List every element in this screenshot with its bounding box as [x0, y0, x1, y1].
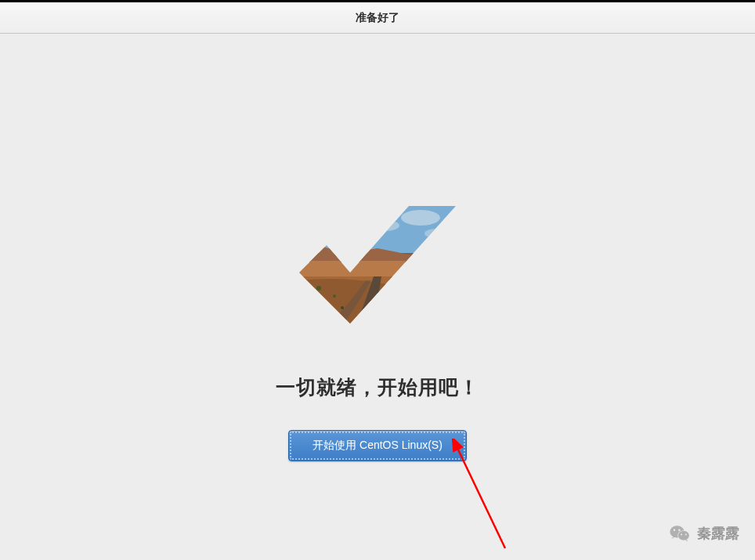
svg-rect-0 — [299, 198, 456, 257]
svg-point-15 — [678, 531, 689, 540]
start-using-button[interactable]: 开始使用 CentOS Linux(S) — [288, 430, 467, 461]
watermark: 秦露露 — [669, 522, 739, 544]
window-header: 准备好了 — [0, 2, 755, 34]
svg-point-16 — [674, 529, 676, 532]
window-title: 准备好了 — [356, 11, 399, 25]
checkmark-image — [299, 198, 456, 331]
wechat-icon — [669, 522, 691, 544]
ready-headline: 一切就绪，开始用吧！ — [276, 374, 479, 400]
svg-point-3 — [424, 229, 448, 238]
svg-point-18 — [681, 533, 682, 535]
svg-point-2 — [371, 220, 399, 231]
svg-point-8 — [333, 294, 336, 298]
watermark-text: 秦露露 — [697, 524, 739, 543]
svg-point-19 — [685, 533, 687, 535]
svg-point-7 — [316, 286, 321, 291]
checkmark-landscape-icon — [299, 198, 456, 331]
main-content-area: 一切就绪，开始用吧！ 开始使用 CentOS Linux(S) — [0, 34, 755, 560]
svg-point-9 — [392, 289, 396, 293]
svg-point-17 — [678, 529, 681, 532]
svg-point-11 — [341, 306, 344, 309]
svg-point-10 — [407, 283, 410, 286]
svg-point-1 — [401, 210, 440, 226]
